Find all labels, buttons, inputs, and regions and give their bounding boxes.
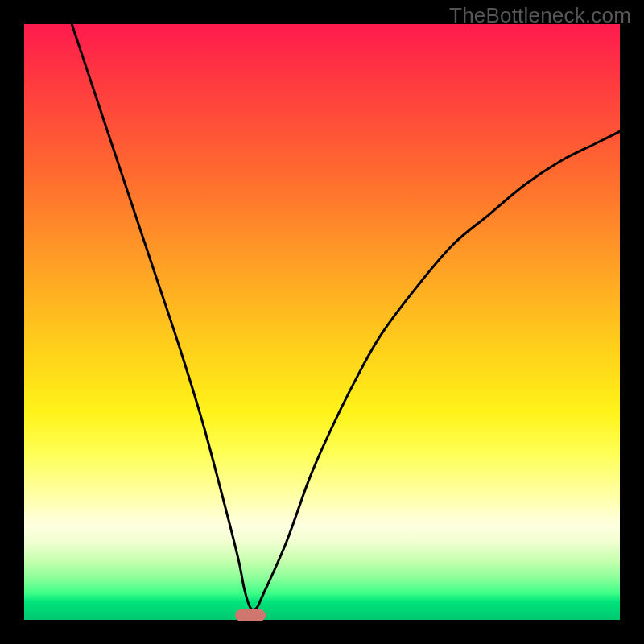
- bottleneck-curve: [72, 24, 620, 610]
- chart-frame: TheBottleneck.com: [0, 0, 644, 644]
- optimal-marker: [235, 609, 266, 621]
- gradient-plot-area: [24, 24, 620, 620]
- curve-svg: [24, 24, 620, 620]
